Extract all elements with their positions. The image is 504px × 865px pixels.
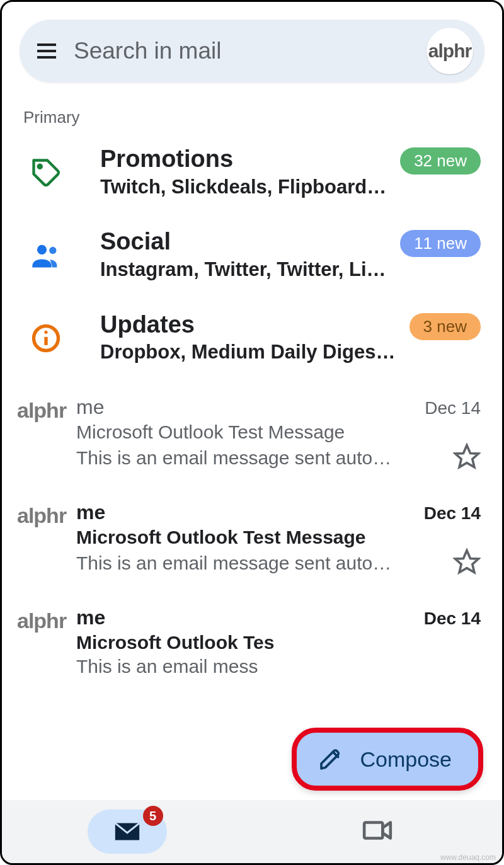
new-badge: 11 new (400, 230, 481, 257)
hamburger-icon (34, 38, 59, 64)
star-button[interactable] (453, 548, 481, 576)
sender-avatar: alphr (20, 501, 76, 576)
email-subject: Microsoft Outlook Tes (76, 632, 481, 653)
compose-button[interactable]: Compose (292, 728, 483, 791)
info-icon (27, 319, 65, 357)
category-social[interactable]: Social Instagram, Twitter, Twitter, Li… … (2, 219, 502, 301)
category-title: Promotions (100, 145, 394, 174)
svg-marker-10 (455, 551, 479, 573)
mail-count-badge: 5 (143, 806, 163, 826)
email-snippet: This is an email mess (76, 656, 258, 677)
email-row[interactable]: alphr me Dec 14 Microsoft Outlook Test M… (2, 384, 502, 490)
mail-icon (113, 817, 142, 846)
svg-rect-12 (364, 823, 382, 839)
email-date: Dec 14 (425, 398, 481, 418)
sender-name: me (76, 501, 105, 524)
menu-button[interactable] (31, 35, 62, 67)
star-button[interactable] (453, 443, 481, 471)
star-icon (453, 548, 481, 576)
compose-label: Compose (360, 747, 452, 772)
email-date: Dec 14 (424, 503, 481, 524)
bottom-nav: 5 (2, 800, 502, 863)
email-row[interactable]: alphr me Dec 14 Microsoft Outlook Tes Th… (2, 595, 502, 696)
category-subtitle: Dropbox, Medium Daily Diges… (100, 339, 403, 365)
sender-name: me (76, 606, 105, 629)
email-subject: Microsoft Outlook Test Message (76, 421, 481, 443)
pencil-icon (318, 747, 343, 772)
svg-marker-9 (455, 445, 479, 467)
video-icon (362, 815, 393, 846)
svg-point-4 (37, 245, 47, 255)
svg-point-5 (49, 247, 56, 254)
new-badge: 3 new (410, 313, 481, 340)
tag-icon (27, 154, 65, 192)
svg-point-3 (38, 164, 42, 168)
search-bar[interactable]: Search in mail alphr (20, 20, 484, 83)
email-row[interactable]: alphr me Dec 14 Microsoft Outlook Test M… (2, 490, 502, 595)
search-input[interactable]: Search in mail (74, 38, 427, 64)
account-avatar[interactable]: alphr (427, 28, 473, 74)
category-title: Updates (100, 311, 403, 340)
people-icon (27, 236, 65, 274)
email-subject: Microsoft Outlook Test Message (76, 527, 481, 548)
category-subtitle: Instagram, Twitter, Twitter, Li… (100, 256, 394, 283)
nav-meet-button[interactable] (362, 815, 393, 849)
email-date: Dec 14 (424, 609, 481, 629)
sender-avatar: alphr (20, 606, 76, 677)
star-icon (453, 443, 481, 471)
watermark: www.deuaq.com (440, 853, 496, 862)
category-promotions[interactable]: Promotions Twitch, Slickdeals, Flipboard… (2, 136, 502, 219)
svg-point-8 (44, 330, 47, 333)
sender-name: me (76, 396, 104, 419)
category-subtitle: Twitch, Slickdeals, Flipboard… (100, 174, 394, 200)
section-label: Primary (2, 95, 502, 136)
category-title: Social (100, 227, 394, 256)
nav-mail-button[interactable]: 5 (88, 810, 167, 854)
new-badge: 32 new (400, 147, 481, 175)
email-snippet: This is an email message sent auto… (76, 553, 391, 574)
category-updates[interactable]: Updates Dropbox, Medium Daily Diges… 3 n… (2, 302, 502, 384)
email-snippet: This is an email message sent auto… (76, 447, 391, 469)
sender-avatar: alphr (20, 396, 76, 471)
